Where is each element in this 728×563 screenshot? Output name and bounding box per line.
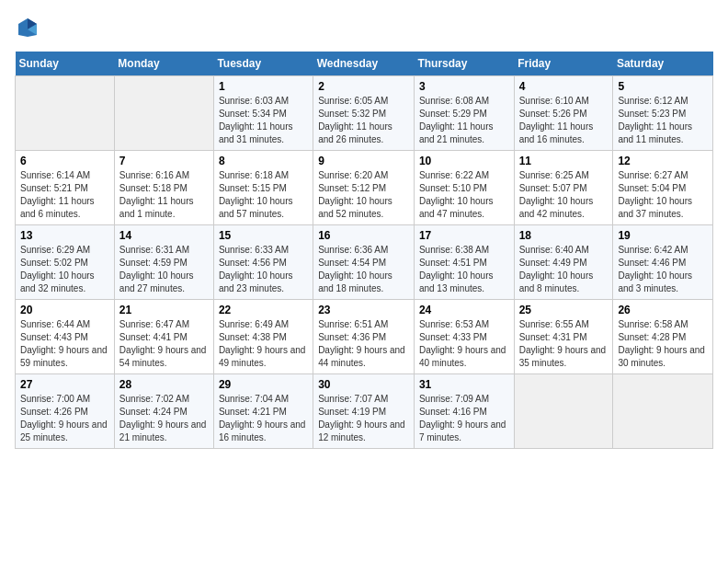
calendar-cell: 5Sunrise: 6:12 AMSunset: 5:23 PMDaylight…: [613, 76, 713, 151]
calendar-cell: 27Sunrise: 7:00 AMSunset: 4:26 PMDayligh…: [16, 374, 115, 449]
day-header-tuesday: Tuesday: [213, 52, 313, 76]
day-number: 23: [318, 304, 409, 316]
day-number: 19: [618, 229, 708, 242]
calendar-cell: 25Sunrise: 6:55 AMSunset: 4:31 PMDayligh…: [514, 300, 613, 374]
calendar-cell: 11Sunrise: 6:25 AMSunset: 5:07 PMDayligh…: [514, 151, 613, 225]
calendar-cell: 12Sunrise: 6:27 AMSunset: 5:04 PMDayligh…: [613, 151, 713, 225]
calendar-cell: 31Sunrise: 7:09 AMSunset: 4:16 PMDayligh…: [414, 374, 514, 449]
day-info: Sunrise: 6:05 AMSunset: 5:32 PMDaylight:…: [318, 95, 409, 146]
day-info: Sunrise: 6:22 AMSunset: 5:10 PMDaylight:…: [419, 169, 509, 221]
day-header-thursday: Thursday: [414, 52, 514, 76]
day-header-wednesday: Wednesday: [313, 52, 415, 76]
day-info: Sunrise: 6:27 AMSunset: 5:04 PMDaylight:…: [618, 169, 708, 221]
day-number: 31: [419, 378, 509, 391]
day-number: 18: [519, 229, 609, 242]
calendar-week-1: 1Sunrise: 6:03 AMSunset: 5:34 PMDaylight…: [16, 76, 713, 151]
day-number: 1: [219, 80, 308, 93]
day-number: 8: [219, 155, 308, 167]
day-number: 4: [519, 80, 609, 93]
day-number: 28: [119, 378, 209, 391]
calendar-cell: 23Sunrise: 6:51 AMSunset: 4:36 PMDayligh…: [313, 300, 415, 374]
day-number: 3: [419, 80, 509, 93]
day-number: 12: [618, 155, 708, 167]
calendar-cell: 26Sunrise: 6:58 AMSunset: 4:28 PMDayligh…: [613, 300, 713, 374]
day-info: Sunrise: 6:33 AMSunset: 4:56 PMDaylight:…: [219, 244, 308, 295]
day-info: Sunrise: 6:03 AMSunset: 5:34 PMDaylight:…: [219, 95, 308, 146]
day-info: Sunrise: 6:53 AMSunset: 4:33 PMDaylight:…: [419, 318, 509, 370]
calendar-cell: 30Sunrise: 7:07 AMSunset: 4:19 PMDayligh…: [313, 374, 415, 449]
day-number: 14: [119, 229, 209, 242]
day-info: Sunrise: 6:12 AMSunset: 5:23 PMDaylight:…: [618, 95, 708, 146]
day-number: 29: [219, 378, 308, 391]
calendar-cell: 18Sunrise: 6:40 AMSunset: 4:49 PMDayligh…: [514, 225, 613, 300]
day-info: Sunrise: 6:42 AMSunset: 4:46 PMDaylight:…: [618, 244, 708, 295]
calendar-cell: 8Sunrise: 6:18 AMSunset: 5:15 PMDaylight…: [213, 151, 313, 225]
day-info: Sunrise: 6:55 AMSunset: 4:31 PMDaylight:…: [519, 318, 609, 370]
day-number: 2: [318, 80, 409, 93]
calendar-week-5: 27Sunrise: 7:00 AMSunset: 4:26 PMDayligh…: [16, 374, 713, 449]
day-info: Sunrise: 6:14 AMSunset: 5:21 PMDaylight:…: [20, 169, 109, 221]
calendar-week-2: 6Sunrise: 6:14 AMSunset: 5:21 PMDaylight…: [16, 151, 713, 225]
day-number: 11: [519, 155, 609, 167]
day-header-sunday: Sunday: [16, 52, 115, 76]
day-info: Sunrise: 6:40 AMSunset: 4:49 PMDaylight:…: [519, 244, 609, 295]
calendar-cell: 22Sunrise: 6:49 AMSunset: 4:38 PMDayligh…: [213, 300, 313, 374]
day-number: 16: [318, 229, 409, 242]
logo: [15, 15, 44, 40]
day-number: 17: [419, 229, 509, 242]
calendar-cell: 10Sunrise: 6:22 AMSunset: 5:10 PMDayligh…: [414, 151, 514, 225]
calendar-cell: 2Sunrise: 6:05 AMSunset: 5:32 PMDaylight…: [313, 76, 415, 151]
calendar-cell: 17Sunrise: 6:38 AMSunset: 4:51 PMDayligh…: [414, 225, 514, 300]
day-header-saturday: Saturday: [613, 52, 713, 76]
day-info: Sunrise: 7:09 AMSunset: 4:16 PMDaylight:…: [419, 393, 509, 444]
calendar-cell: 20Sunrise: 6:44 AMSunset: 4:43 PMDayligh…: [16, 300, 115, 374]
calendar-cell: 14Sunrise: 6:31 AMSunset: 4:59 PMDayligh…: [114, 225, 213, 300]
day-info: Sunrise: 6:51 AMSunset: 4:36 PMDaylight:…: [318, 318, 409, 370]
day-info: Sunrise: 6:16 AMSunset: 5:18 PMDaylight:…: [119, 169, 209, 221]
day-header-monday: Monday: [114, 52, 213, 76]
calendar-cell: 9Sunrise: 6:20 AMSunset: 5:12 PMDaylight…: [313, 151, 415, 225]
day-number: 22: [219, 304, 308, 316]
day-number: 21: [119, 304, 209, 316]
calendar-cell: [16, 76, 115, 151]
calendar-cell: 29Sunrise: 7:04 AMSunset: 4:21 PMDayligh…: [213, 374, 313, 449]
day-number: 6: [20, 155, 109, 167]
day-number: 5: [618, 80, 708, 93]
calendar-week-4: 20Sunrise: 6:44 AMSunset: 4:43 PMDayligh…: [16, 300, 713, 374]
day-info: Sunrise: 7:04 AMSunset: 4:21 PMDaylight:…: [219, 393, 308, 444]
calendar-cell: [114, 76, 213, 151]
logo-icon: [15, 15, 40, 40]
calendar-cell: 13Sunrise: 6:29 AMSunset: 5:02 PMDayligh…: [16, 225, 115, 300]
calendar-cell: 24Sunrise: 6:53 AMSunset: 4:33 PMDayligh…: [414, 300, 514, 374]
calendar-week-3: 13Sunrise: 6:29 AMSunset: 5:02 PMDayligh…: [16, 225, 713, 300]
day-info: Sunrise: 6:31 AMSunset: 4:59 PMDaylight:…: [119, 244, 209, 295]
day-info: Sunrise: 6:08 AMSunset: 5:29 PMDaylight:…: [419, 95, 509, 146]
day-info: Sunrise: 6:47 AMSunset: 4:41 PMDaylight:…: [119, 318, 209, 370]
calendar-cell: 16Sunrise: 6:36 AMSunset: 4:54 PMDayligh…: [313, 225, 415, 300]
day-number: 24: [419, 304, 509, 316]
day-info: Sunrise: 6:18 AMSunset: 5:15 PMDaylight:…: [219, 169, 308, 221]
calendar-cell: 19Sunrise: 6:42 AMSunset: 4:46 PMDayligh…: [613, 225, 713, 300]
day-info: Sunrise: 6:49 AMSunset: 4:38 PMDaylight:…: [219, 318, 308, 370]
day-number: 20: [20, 304, 109, 316]
header-row: SundayMondayTuesdayWednesdayThursdayFrid…: [16, 52, 713, 76]
calendar-cell: 4Sunrise: 6:10 AMSunset: 5:26 PMDaylight…: [514, 76, 613, 151]
page-header: [15, 15, 713, 40]
calendar-body: 1Sunrise: 6:03 AMSunset: 5:34 PMDaylight…: [16, 76, 713, 449]
day-info: Sunrise: 7:00 AMSunset: 4:26 PMDaylight:…: [20, 393, 109, 444]
day-number: 9: [318, 155, 409, 167]
calendar-cell: 3Sunrise: 6:08 AMSunset: 5:29 PMDaylight…: [414, 76, 514, 151]
day-info: Sunrise: 6:29 AMSunset: 5:02 PMDaylight:…: [20, 244, 109, 295]
calendar-cell: 6Sunrise: 6:14 AMSunset: 5:21 PMDaylight…: [16, 151, 115, 225]
calendar-cell: [613, 374, 713, 449]
day-info: Sunrise: 6:10 AMSunset: 5:26 PMDaylight:…: [519, 95, 609, 146]
calendar-cell: 7Sunrise: 6:16 AMSunset: 5:18 PMDaylight…: [114, 151, 213, 225]
day-header-friday: Friday: [514, 52, 613, 76]
day-number: 27: [20, 378, 109, 391]
day-number: 15: [219, 229, 308, 242]
calendar-cell: 1Sunrise: 6:03 AMSunset: 5:34 PMDaylight…: [213, 76, 313, 151]
calendar-table: SundayMondayTuesdayWednesdayThursdayFrid…: [15, 52, 713, 449]
day-info: Sunrise: 6:38 AMSunset: 4:51 PMDaylight:…: [419, 244, 509, 295]
calendar-cell: [514, 374, 613, 449]
day-number: 30: [318, 378, 409, 391]
